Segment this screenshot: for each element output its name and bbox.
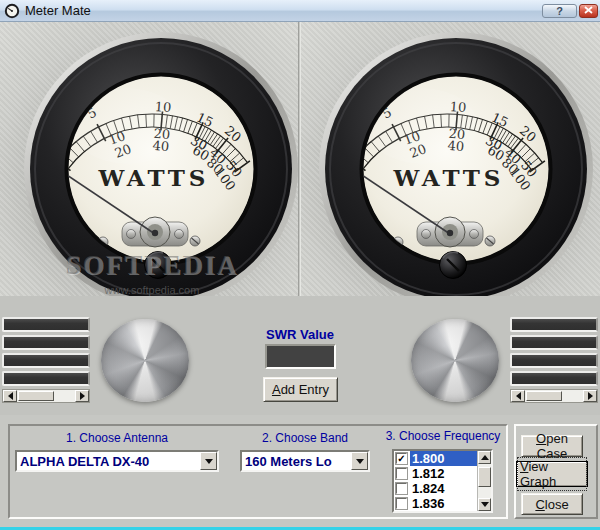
face-screw-right bbox=[485, 236, 495, 246]
scroll-left-arrow-icon[interactable] bbox=[3, 390, 17, 402]
open-case-button[interactable]: Open Case bbox=[521, 435, 583, 457]
left-tuning-knob[interactable] bbox=[101, 319, 189, 402]
scrollbar-thumb[interactable] bbox=[478, 467, 491, 487]
frequency-checkbox[interactable]: ✓ bbox=[396, 453, 407, 464]
meters-area: 5 10 15 20 10 20 30 40 50 20 40 60 80 10… bbox=[0, 22, 600, 318]
frequency-list-item[interactable]: ✓ 1.812 bbox=[394, 466, 477, 481]
scrollbar-thumb[interactable] bbox=[18, 391, 54, 401]
frequency-checkbox[interactable]: ✓ bbox=[396, 468, 407, 479]
vent-bar bbox=[510, 371, 598, 386]
meter-unit-label: WATTS bbox=[98, 164, 210, 191]
zero-adjust-knob[interactable] bbox=[440, 252, 467, 279]
close-button[interactable]: Close bbox=[521, 493, 583, 515]
vent-bar bbox=[2, 317, 90, 332]
antenna-select[interactable]: ALPHA DELTA DX-40 bbox=[15, 450, 219, 472]
scrollbar-thumb[interactable] bbox=[526, 391, 562, 401]
selection-area: 1. Choose Antenna ALPHA DELTA DX-40 2. C… bbox=[0, 415, 600, 530]
scroll-right-arrow-icon[interactable] bbox=[75, 390, 89, 402]
face-screw-right bbox=[190, 236, 200, 246]
close-icon bbox=[584, 6, 593, 14]
frequency-list-item[interactable]: ✓ 1.836 bbox=[394, 496, 477, 511]
vent-bar bbox=[510, 317, 598, 332]
dropdown-arrow-icon[interactable] bbox=[351, 452, 368, 470]
frequency-list-item[interactable]: ✓ 1.824 bbox=[394, 481, 477, 496]
forward-watts-meter: 5 10 15 20 10 20 30 40 50 20 40 60 80 10… bbox=[19, 28, 303, 312]
band-select[interactable]: 160 Meters Lo bbox=[240, 450, 370, 472]
app-meter-icon bbox=[4, 3, 20, 19]
help-button[interactable]: ? bbox=[542, 4, 577, 18]
dropdown-arrow-icon[interactable] bbox=[200, 452, 217, 470]
right-tuning-knob[interactable] bbox=[411, 319, 499, 402]
control-strip: SWR Value Add Entry bbox=[0, 296, 600, 415]
meter-unit-label: WATTS bbox=[393, 164, 505, 191]
frequency-list[interactable]: ✓ 1.800 ✓ 1.812 ✓ 1.824 ✓ 1.836 bbox=[392, 449, 493, 513]
frequency-checkbox[interactable]: ✓ bbox=[396, 483, 407, 494]
frequency-label: 3. Choose Frequency bbox=[384, 429, 502, 443]
right-horizontal-scrollbar[interactable] bbox=[510, 389, 598, 403]
scroll-left-arrow-icon[interactable] bbox=[511, 390, 525, 402]
swr-value-display bbox=[265, 344, 336, 369]
band-label: 2. Choose Band bbox=[240, 431, 370, 445]
scroll-up-arrow-icon[interactable] bbox=[478, 451, 491, 464]
band-selected-value: 160 Meters Lo bbox=[242, 454, 351, 469]
scroll-down-arrow-icon[interactable] bbox=[478, 498, 491, 511]
left-vent-bars bbox=[2, 317, 90, 386]
frequency-list-item[interactable]: ✓ 1.800 bbox=[394, 451, 477, 466]
frequency-scrollbar[interactable] bbox=[477, 451, 491, 511]
antenna-selected-value: ALPHA DELTA DX-40 bbox=[17, 454, 200, 469]
antenna-label: 1. Choose Antenna bbox=[15, 431, 219, 445]
zero-adjust-knob[interactable] bbox=[145, 252, 172, 279]
vent-bar bbox=[2, 353, 90, 368]
swr-value-label: SWR Value bbox=[240, 327, 360, 342]
meter-mate-window: Meter Mate ? 5 10 15 bbox=[0, 0, 600, 530]
vent-bar bbox=[2, 335, 90, 350]
add-entry-button[interactable]: Add Entry bbox=[263, 377, 338, 402]
vent-bar bbox=[510, 353, 598, 368]
vent-bar bbox=[510, 335, 598, 350]
close-window-button[interactable] bbox=[579, 4, 598, 18]
vent-bar bbox=[2, 371, 90, 386]
frequency-checkbox[interactable]: ✓ bbox=[396, 498, 407, 509]
scroll-right-arrow-icon[interactable] bbox=[583, 390, 597, 402]
titlebar[interactable]: Meter Mate ? bbox=[0, 0, 600, 22]
right-vent-bars bbox=[510, 317, 598, 386]
reflected-watts-meter: 5 10 15 20 10 20 30 40 50 20 40 60 80 10… bbox=[314, 28, 598, 312]
window-title: Meter Mate bbox=[25, 3, 91, 18]
left-horizontal-scrollbar[interactable] bbox=[2, 389, 90, 403]
view-graph-button[interactable]: View Graph bbox=[516, 461, 588, 487]
